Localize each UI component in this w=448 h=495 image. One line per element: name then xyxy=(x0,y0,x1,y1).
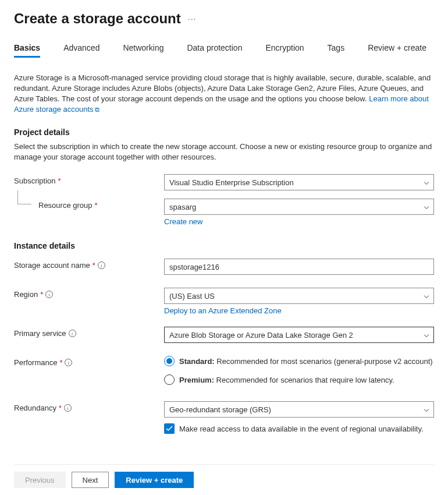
tab-basics[interactable]: Basics xyxy=(14,43,40,58)
page-title: Create a storage account xyxy=(14,10,181,27)
deploy-extended-zone-link[interactable]: Deploy to an Azure Extended Zone xyxy=(164,306,282,315)
info-icon[interactable]: i xyxy=(98,261,105,269)
redundancy-label: Redundancy* i xyxy=(14,401,164,412)
resource-group-select[interactable]: spasarg xyxy=(164,199,434,215)
wizard-footer: Previous Next Review + create xyxy=(14,464,434,495)
required-icon: * xyxy=(59,404,62,412)
region-label: Region* i xyxy=(14,288,164,299)
more-actions-icon[interactable]: ··· xyxy=(188,14,197,23)
redundancy-select[interactable]: Geo-redundant storage (GRS) xyxy=(164,401,434,418)
tab-tags[interactable]: Tags xyxy=(328,43,345,58)
primary-service-select[interactable]: Azure Blob Storage or Azure Data Lake St… xyxy=(164,327,434,343)
info-icon[interactable]: i xyxy=(65,359,72,366)
review-create-button[interactable]: Review + create xyxy=(115,472,194,488)
performance-label: Performance* i xyxy=(14,356,164,367)
previous-button: Previous xyxy=(14,472,66,488)
instance-details-heading: Instance details xyxy=(14,241,434,250)
required-icon: * xyxy=(95,201,98,210)
primary-service-label: Primary service i xyxy=(14,327,164,338)
required-icon: * xyxy=(59,358,62,367)
tree-connector-icon xyxy=(17,190,31,204)
performance-standard-label: Standard: Recommended for most scenarios… xyxy=(179,357,433,366)
performance-premium-radio[interactable] xyxy=(164,374,175,385)
external-link-icon: ⧉ xyxy=(95,104,99,115)
tab-networking[interactable]: Networking xyxy=(123,43,163,58)
storage-account-name-input[interactable] xyxy=(164,259,434,275)
intro-text-body: Azure Storage is a Microsoft-managed ser… xyxy=(14,73,431,103)
region-select[interactable]: (US) East US xyxy=(164,288,434,304)
tab-encryption[interactable]: Encryption xyxy=(265,43,304,58)
storage-account-name-label: Storage account name* i xyxy=(14,259,164,270)
required-icon: * xyxy=(93,261,95,270)
read-access-checkbox[interactable] xyxy=(164,423,175,434)
required-icon: * xyxy=(58,176,61,185)
tab-advanced[interactable]: Advanced xyxy=(63,43,99,58)
required-icon: * xyxy=(40,290,43,299)
performance-standard-radio[interactable] xyxy=(164,356,175,366)
info-icon[interactable]: i xyxy=(64,404,72,412)
create-new-link[interactable]: Create new xyxy=(164,217,202,226)
info-icon[interactable]: i xyxy=(69,330,76,337)
intro-text: Azure Storage is a Microsoft-managed ser… xyxy=(14,73,434,115)
performance-premium-label: Premium: Recommended for scenarios that … xyxy=(179,376,394,384)
resource-group-label: Resource group* xyxy=(14,199,164,210)
tabs-nav: Basics Advanced Networking Data protecti… xyxy=(14,43,434,58)
tab-review-create[interactable]: Review + create xyxy=(368,43,426,58)
tab-data-protection[interactable]: Data protection xyxy=(187,43,242,58)
info-icon[interactable]: i xyxy=(45,291,53,298)
project-details-heading: Project details xyxy=(14,128,434,137)
subscription-select[interactable]: Visual Studio Enterprise Subscription xyxy=(164,174,434,190)
next-button[interactable]: Next xyxy=(72,472,109,488)
project-details-sub: Select the subscription in which to crea… xyxy=(14,142,434,162)
read-access-label: Make read access to data available in th… xyxy=(179,425,424,433)
subscription-label: Subscription* xyxy=(14,174,164,185)
